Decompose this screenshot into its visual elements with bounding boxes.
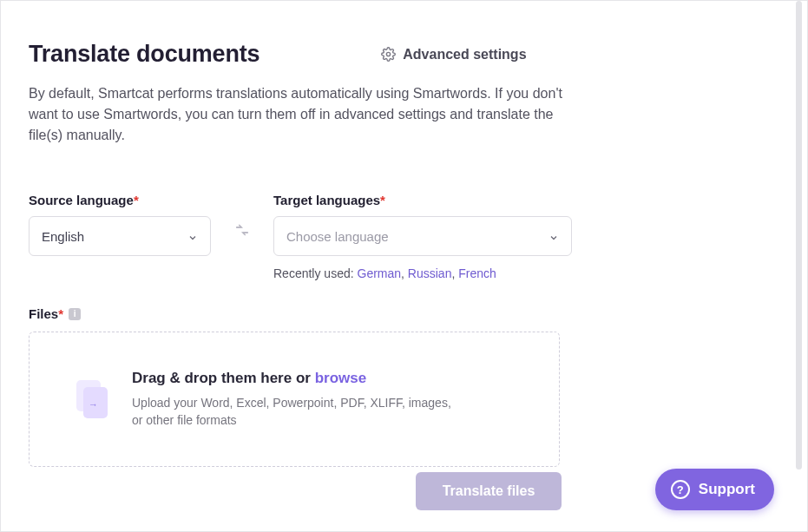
recently-used-label: Recently used:	[273, 266, 358, 280]
browse-link[interactable]: browse	[315, 370, 367, 386]
files-section: Files* i → Drag & drop them here or brow…	[29, 306, 750, 467]
scrollbar[interactable]	[796, 1, 802, 470]
app-frame: Translate documents Advanced settings By…	[0, 0, 808, 532]
info-icon[interactable]: i	[69, 308, 81, 320]
support-button[interactable]: ? Support	[655, 469, 774, 510]
help-icon: ?	[671, 480, 690, 499]
dropzone-subtext: Upload your Word, Excel, Powerpoint, PDF…	[132, 394, 462, 430]
recently-used-row: Recently used: German, Russian, French	[273, 266, 572, 280]
chevron-down-icon	[549, 231, 559, 241]
source-language-select[interactable]: English	[29, 216, 211, 256]
source-language-value: English	[42, 229, 84, 244]
required-asterisk: *	[134, 193, 139, 207]
dropzone-title-prefix: Drag & drop them here or	[132, 370, 315, 386]
files-label-row: Files* i	[29, 306, 750, 321]
advanced-settings-link[interactable]: Advanced settings	[381, 47, 526, 62]
dropzone-text: Drag & drop them here or browse Upload y…	[132, 370, 462, 430]
files-label: Files*	[29, 306, 63, 321]
chevron-down-icon	[187, 231, 198, 241]
support-label: Support	[699, 481, 755, 498]
svg-point-0	[387, 52, 391, 56]
required-asterisk: *	[380, 193, 385, 207]
recent-language-link[interactable]: German	[358, 266, 402, 280]
file-dropzone[interactable]: → Drag & drop them here or browse Upload…	[29, 332, 560, 467]
target-language-field: Target languages* Choose language Recent…	[273, 193, 572, 280]
main-content: Translate documents Advanced settings By…	[1, 1, 778, 467]
advanced-settings-label: Advanced settings	[403, 47, 526, 62]
dropzone-title: Drag & drop them here or browse	[132, 370, 462, 387]
page-title: Translate documents	[29, 41, 259, 68]
swap-icon	[234, 222, 250, 241]
header-row: Translate documents Advanced settings	[29, 41, 750, 68]
files-label-text: Files	[29, 306, 58, 321]
gear-icon	[381, 47, 396, 62]
target-language-label-text: Target languages	[273, 193, 380, 207]
target-language-label: Target languages*	[273, 193, 572, 207]
target-language-placeholder: Choose language	[286, 229, 389, 244]
source-language-field: Source language* English	[29, 193, 211, 256]
translate-files-button[interactable]: Translate files	[416, 472, 562, 510]
swap-languages-button[interactable]	[232, 222, 253, 241]
target-language-select[interactable]: Choose language	[273, 216, 572, 256]
files-icon: →	[76, 380, 108, 418]
recent-language-link[interactable]: French	[458, 266, 496, 280]
source-language-label-text: Source language	[29, 193, 134, 207]
intro-text: By default, Smartcat performs translatio…	[29, 83, 567, 146]
source-language-label: Source language*	[29, 193, 211, 207]
required-asterisk: *	[58, 306, 63, 321]
recent-language-link[interactable]: Russian	[408, 266, 452, 280]
language-row: Source language* English T	[29, 193, 750, 280]
